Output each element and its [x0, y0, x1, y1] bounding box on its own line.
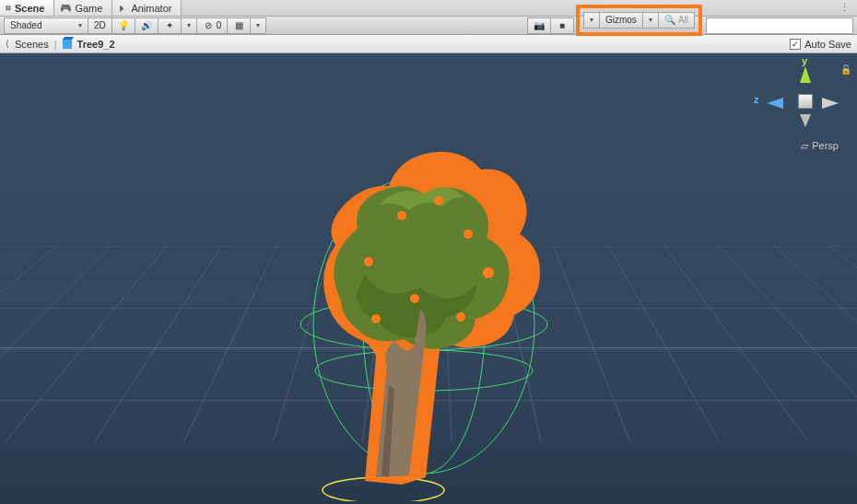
scene-viewport[interactable]: 🔓 y z ▱ Persp: [0, 53, 857, 504]
axis-x-icon[interactable]: [822, 98, 839, 109]
breadcrumb-root[interactable]: Scenes: [15, 39, 49, 50]
svg-point-9: [410, 294, 419, 303]
tab-label: Animator: [131, 3, 171, 14]
breadcrumb: ⟨ Scenes | Tree9_2 ✓ Auto Save: [0, 35, 857, 53]
grid-toggle[interactable]: ▦: [228, 18, 251, 34]
axis-y-icon[interactable]: [800, 66, 811, 83]
audio-toggle[interactable]: 🔊: [135, 18, 158, 34]
lightbulb-icon: 💡: [118, 20, 129, 30]
axis-back-icon[interactable]: [800, 114, 811, 127]
tab-animator[interactable]: ⏵ Animator: [112, 0, 182, 16]
chevron-down-icon: ▾: [78, 21, 82, 29]
projection-icon: ▱: [801, 140, 808, 152]
gizmos-label: Gizmos: [605, 15, 637, 25]
svg-point-4: [397, 211, 406, 220]
svg-point-8: [483, 267, 494, 278]
tree-svg: [184, 105, 663, 501]
tab-menu-button[interactable]: ⋮: [832, 0, 857, 16]
selected-object[interactable]: [184, 105, 663, 501]
fx-dropdown[interactable]: ▾: [182, 18, 197, 34]
svg-point-11: [371, 314, 381, 323]
tab-label: Scene: [15, 3, 44, 14]
search-scope-label: All: [678, 15, 688, 25]
gizmos-left-dropdown[interactable]: ▾: [583, 12, 600, 29]
chevron-down-icon: ▾: [187, 21, 191, 29]
breadcrumb-asset[interactable]: Tree9_2: [77, 39, 115, 50]
gamepad-icon: 🎮: [60, 3, 71, 13]
camera-settings-button[interactable]: 📷: [527, 18, 551, 34]
eye-off-icon: ⊘: [203, 20, 214, 30]
shade-mode-dropdown[interactable]: Shaded ▾: [4, 18, 88, 34]
fx-toggle[interactable]: ✦: [158, 18, 182, 34]
mode-2d-button[interactable]: 2D: [88, 18, 112, 34]
axis-z-icon[interactable]: [767, 98, 783, 109]
camera-icon: 📷: [534, 20, 545, 30]
prefab-icon: [63, 40, 72, 49]
orientation-gizmo[interactable]: y z: [772, 70, 837, 135]
fx-icon: ✦: [164, 20, 175, 30]
play-icon: ⏵: [118, 3, 127, 13]
tool-settings-button[interactable]: ■: [551, 18, 574, 34]
lock-icon[interactable]: 🔓: [840, 64, 851, 75]
chevron-down-icon: ▾: [256, 21, 260, 29]
mode-2d-label: 2D: [94, 20, 106, 30]
scene-toolbar: Shaded ▾ 2D 💡 🔊 ✦ ▾ ⊘ 0 ▦ ▾ 📷 ■ ▾ Gizmos…: [0, 17, 857, 35]
gizmos-button[interactable]: Gizmos: [600, 12, 643, 29]
grid-dropdown[interactable]: ▾: [251, 18, 266, 34]
axis-y-label: y: [802, 55, 807, 66]
shade-mode-label: Shaded: [10, 20, 41, 30]
breadcrumb-separator: |: [54, 39, 57, 50]
projection-label-row[interactable]: ▱ Persp: [801, 140, 839, 152]
tool-icon: ■: [557, 20, 568, 30]
search-icon: 🔍: [664, 15, 675, 25]
svg-point-5: [434, 196, 443, 205]
hidden-layers-toggle[interactable]: ⊘ 0: [197, 18, 229, 34]
svg-point-6: [464, 229, 473, 239]
auto-save-label: Auto Save: [804, 39, 851, 50]
chevron-down-icon: ▾: [590, 16, 593, 24]
lighting-toggle[interactable]: 💡: [112, 18, 135, 34]
gizmos-highlight: ▾ Gizmos ▾ 🔍 All: [576, 5, 702, 36]
search-scope-button[interactable]: 🔍 All: [659, 12, 695, 29]
speaker-icon: 🔊: [141, 20, 152, 30]
svg-point-10: [456, 312, 465, 322]
tab-bar: ⌗ Scene 🎮 Game ⏵ Animator ⋮: [0, 0, 857, 17]
axis-z-label: z: [754, 94, 759, 105]
back-icon[interactable]: ⟨: [6, 39, 9, 49]
chevron-down-icon: ▾: [649, 16, 652, 24]
auto-save-checkbox[interactable]: ✓: [790, 39, 801, 50]
tab-scene[interactable]: ⌗ Scene: [0, 0, 54, 16]
axis-center-cube[interactable]: [798, 94, 813, 109]
grid-icon: ⌗: [6, 3, 11, 14]
grid-icon: ▦: [233, 20, 244, 30]
projection-label: Persp: [812, 140, 839, 152]
tab-label: Game: [75, 3, 102, 14]
svg-point-7: [364, 257, 373, 266]
tab-game[interactable]: 🎮 Game: [54, 0, 112, 16]
hidden-count: 0: [217, 20, 222, 30]
search-input[interactable]: [706, 18, 853, 34]
gizmos-dropdown[interactable]: ▾: [643, 12, 659, 29]
